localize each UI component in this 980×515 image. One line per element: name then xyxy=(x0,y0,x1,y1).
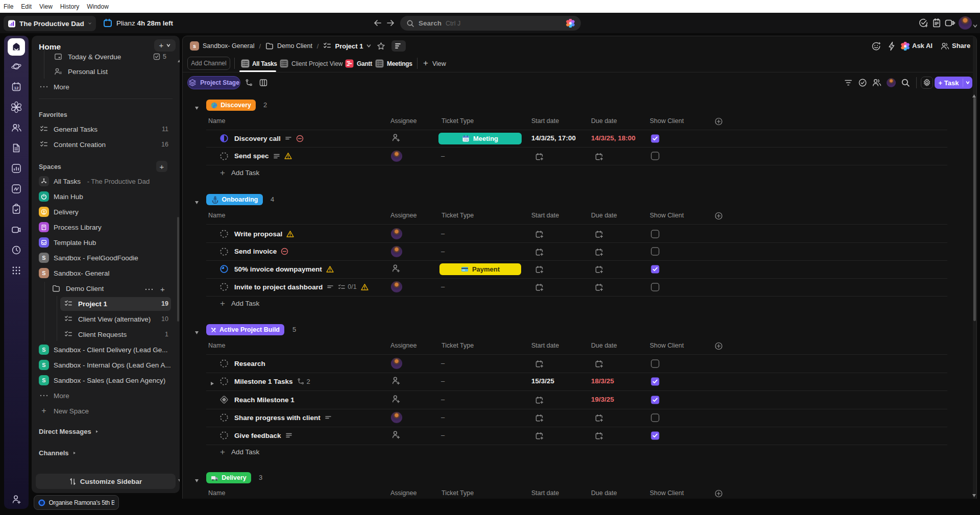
svg-text:12: 12 xyxy=(14,86,19,90)
